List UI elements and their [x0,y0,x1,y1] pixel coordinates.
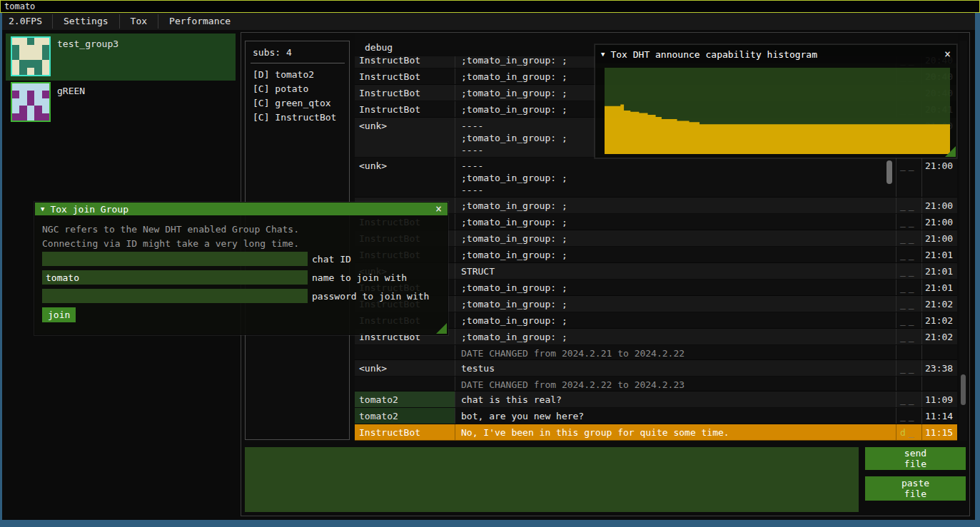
message-text: chat is this real? [455,392,896,407]
message-sender: InstructBot [355,68,455,84]
message-timestamp: 11:14 [921,408,957,424]
message-flags: __ [896,408,921,424]
avatar-pixel [19,53,26,60]
flag-placeholder: _ [900,217,909,227]
message-flags: __ [896,263,921,279]
join-group-title: Tox join Group [50,204,128,215]
message-row: InstructBotNo, I've been in this group f… [355,424,957,441]
avatar-pixel [34,68,41,75]
menu-item-settings[interactable]: Settings [53,13,119,30]
message-timestamp: 21:00 [921,198,957,213]
close-icon[interactable]: × [435,204,442,215]
message-input[interactable] [245,447,859,512]
group-name: gREEN [57,86,85,96]
group-avatar [11,36,51,76]
join-field-input-chat-ID[interactable] [42,252,308,266]
sidebar-item-test_group3[interactable]: test_group3 [6,34,236,81]
flag-placeholder: _ [900,233,909,244]
menu-item-performance[interactable]: Performance [158,13,241,30]
avatar-pixel [27,45,34,52]
avatar-pixel [19,83,26,91]
avatar-pixel [19,60,26,67]
flag-placeholder: _ [909,332,917,342]
menu-item-tox[interactable]: Tox [120,13,158,30]
sidebar-item-gREEN[interactable]: gREEN [6,81,236,122]
send-file-button[interactable]: send file [865,447,966,470]
flag-placeholder: _ [900,200,909,211]
join-field-input-password-to-join-with[interactable] [42,289,308,303]
member-list-item[interactable]: [D] tomato2 [253,68,336,82]
avatar-pixel [27,60,34,67]
resize-grip-icon[interactable] [436,323,447,334]
avatar-pixel [34,60,41,67]
message-timestamp: 23:38 [921,360,957,376]
paste-file-button[interactable]: paste file [865,476,966,501]
flag-placeholder: _ [900,332,909,342]
join-field-input-name-to-join-with[interactable] [42,270,308,285]
message-flags: __ [896,198,921,213]
join-field-row: password to join with [42,289,429,303]
avatar-pixel [27,53,34,60]
members-count: subs: 4 [253,47,292,58]
member-list-item[interactable]: [C] potato [253,82,336,96]
dht-histogram-title: Tox DHT announce capability histogram [610,49,817,60]
avatar-pixel [34,38,41,45]
flag-placeholder: _ [909,315,917,326]
avatar-pixel [34,106,41,113]
avatar-pixel [42,45,49,52]
flag-placeholder: _ [900,160,909,171]
avatar-pixel [42,53,49,60]
os-titlebar: tomato [0,0,980,13]
menubar: 2.0FPS SettingsToxPerformance [2,13,975,30]
message-flags: d_ [896,424,921,440]
group-name: test_group3 [57,39,118,49]
histogram-chart [605,68,950,154]
avatar-pixel [12,91,19,98]
os-frame-right [975,13,980,520]
member-list-item[interactable]: [C] green_qtox [253,96,336,111]
avatar-pixel [27,106,34,113]
avatar-pixel [42,91,49,98]
message-timestamp: 21:00 [921,230,957,246]
avatar-pixel [34,45,41,52]
flag-d: d [900,427,909,438]
message-timestamp: 11:15 [921,424,957,440]
avatar-pixel [19,98,26,106]
close-icon[interactable]: × [944,49,951,60]
chat-scrollbar[interactable] [959,41,967,441]
avatar-pixel [42,83,49,91]
message-sender: InstructBot [355,85,455,101]
message-scrollbar-thumb[interactable] [886,160,892,184]
message-text: DATE CHANGED from 2024.2.21 to 2024.2.22 [455,345,896,359]
join-group-description: NGC refers to the New DHT enabled Group … [42,222,299,251]
dht-histogram-titlebar[interactable]: ▼ Tox DHT announce capability histogram … [595,45,956,63]
message-sender: <unk> [355,118,455,157]
collapse-icon[interactable]: ▼ [41,205,44,213]
message-sender: InstructBot [355,424,455,440]
join-group-fields: chat IDname to join withpassword to join… [42,252,429,307]
collapse-icon[interactable]: ▼ [601,51,605,58]
message-text: testus [455,360,896,376]
join-button[interactable]: join [42,307,76,322]
message-text: DATE CHANGED from 2024.2.22 to 2024.2.23 [455,377,896,391]
message-flags [896,345,921,359]
avatar-pixel [42,98,49,106]
avatar-pixel [19,45,26,52]
message-text: ;tomato_in_group: ; [455,280,896,295]
message-flags [896,377,921,391]
avatar-pixel [27,113,34,121]
member-list-item[interactable]: [C] InstructBot [253,111,336,125]
os-frame-bottom [0,520,980,527]
avatar-pixel [19,113,26,121]
resize-grip-icon[interactable] [945,146,956,157]
join-group-titlebar[interactable]: ▼ Tox join Group × [35,203,448,215]
message-sender: InstructBot [355,101,455,117]
message-sender: tomato2 [355,408,455,424]
avatar-pixel [42,113,49,121]
avatar-pixel [12,38,19,45]
join-field-label: name to join with [312,272,407,283]
flag-placeholder: _ [900,394,909,405]
chat-scrollbar-thumb[interactable] [961,374,966,405]
message-timestamp: 21:01 [921,263,957,279]
message-flags: __ [896,312,921,328]
